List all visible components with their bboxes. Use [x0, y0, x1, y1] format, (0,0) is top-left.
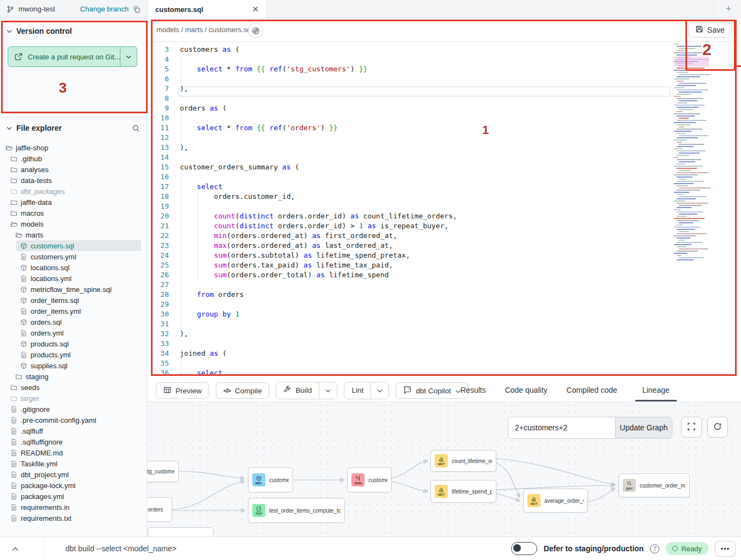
lineage-node-test_order_items_compute_to_bools...[interactable]: TSTtest_order_items_compute_to_bools... — [248, 498, 345, 523]
tab-customers-sql[interactable]: customers.sql ✕ — [147, 0, 267, 19]
code-line-3[interactable]: 3customers as ( — [147, 45, 741, 54]
create-pull-request-button[interactable]: Create a pull request on Git... — [8, 46, 137, 67]
code-line-12[interactable]: 12 — [147, 133, 741, 143]
tree-item-marts[interactable]: marts — [0, 229, 147, 240]
tree-item-macros[interactable]: macros — [0, 208, 147, 218]
code-line-22[interactable]: 22 min(orders.ordered_at) as first_order… — [147, 231, 741, 241]
defer-toggle[interactable] — [511, 542, 537, 555]
tab-lineage[interactable]: Lineage — [635, 380, 677, 401]
code-line-36[interactable]: 36 select — [147, 368, 741, 378]
lineage-node-average_order_value[interactable]: METaverage_order_value — [523, 489, 588, 513]
lint-dropdown-chevron[interactable] — [370, 382, 388, 399]
update-graph-button[interactable]: Update Graph — [615, 417, 672, 438]
tree-item-order_items.yml[interactable]: order_items.yml — [0, 306, 147, 316]
tree-item-README.md[interactable]: README.md — [0, 447, 147, 458]
tree-item-dbt_packages[interactable]: dbt_packages — [0, 186, 147, 197]
file-explorer-header[interactable]: File explorer — [0, 121, 147, 135]
code-line-26[interactable]: 26 sum(orders.order_total) as lifetime_s… — [147, 270, 741, 280]
collapse-panel-icon[interactable] — [12, 544, 19, 553]
code-line-28[interactable]: 28 from orders — [147, 290, 741, 300]
tree-item-Taskfile.yml[interactable]: Taskfile.yml — [0, 458, 147, 469]
tree-item-staging[interactable]: staging — [0, 371, 147, 382]
help-icon[interactable]: ? — [650, 544, 659, 553]
tree-item-requirements.in[interactable]: requirements.in — [0, 502, 147, 513]
code-line-8[interactable]: 8 — [147, 94, 741, 104]
code-line-16[interactable]: 16 — [147, 172, 741, 182]
code-line-11[interactable]: 11 select * from {{ ref('orders') }} — [147, 123, 741, 133]
version-control-header[interactable]: Version control — [0, 25, 147, 38]
code-line-27[interactable]: 27 — [147, 280, 741, 290]
tab-results[interactable]: Results — [459, 380, 487, 401]
lineage-node-count_lifetime_orders[interactable]: METcount_lifetime_orders — [430, 450, 496, 472]
lineage-node-partial[interactable] — [148, 527, 214, 537]
tree-item-requirements.txt[interactable]: requirements.txt — [0, 513, 147, 524]
close-icon[interactable]: ✕ — [252, 4, 259, 14]
code-line-4[interactable]: 4 — [147, 54, 741, 64]
minimap[interactable] — [674, 44, 716, 279]
tree-item-supplies.sql[interactable]: supplies.sql — [0, 360, 147, 371]
command-input[interactable]: dbt build --select <model_name> — [65, 537, 177, 560]
code-line-6[interactable]: 6 — [147, 74, 741, 84]
code-line-15[interactable]: 15customer_orders_summary as ( — [147, 162, 741, 172]
tree-item-seeds[interactable]: seeds — [0, 382, 147, 393]
tab-code-quality[interactable]: Code quality — [504, 380, 549, 401]
tree-item-analyses[interactable]: analyses — [0, 164, 147, 175]
more-options-button[interactable]: ••• — [715, 541, 736, 557]
tree-item-packages.yml[interactable]: packages.yml — [0, 491, 147, 502]
code-line-10[interactable]: 10 — [147, 113, 741, 123]
tree-item-.sqlfluff[interactable]: .sqlfluff — [0, 425, 147, 436]
code-line-29[interactable]: 29 — [147, 300, 741, 309]
tree-item-customers.yml[interactable]: customers.yml — [0, 251, 147, 262]
tree-item-metricflow_time_spine.sql[interactable]: metricflow_time_spine.sql — [0, 284, 147, 295]
change-branch-link[interactable]: Change branch — [80, 5, 129, 13]
code-line-17[interactable]: 17 select — [147, 182, 741, 192]
tree-item-products.sql[interactable]: products.sql — [0, 338, 147, 349]
code-line-5[interactable]: 5 select * from {{ ref('stg_customers') … — [147, 64, 741, 74]
tree-item-data-tests[interactable]: data-tests — [0, 175, 147, 186]
code-line-30[interactable]: 30 group by 1 — [147, 309, 741, 319]
fullscreen-button[interactable] — [681, 417, 702, 437]
tree-item-orders.yml[interactable]: orders.yml — [0, 327, 147, 338]
tree-item-dbt_project.yml[interactable]: dbt_project.yml — [0, 469, 147, 480]
tree-item-.sqlfluffignore[interactable]: .sqlfluffignore — [0, 436, 147, 447]
copilot-icon[interactable] — [248, 23, 263, 38]
code-line-35[interactable]: 35 — [147, 358, 741, 368]
tree-item-target[interactable]: target — [0, 393, 147, 404]
lint-button[interactable]: Lint — [344, 382, 370, 398]
code-line-33[interactable]: 33 — [147, 339, 741, 349]
code-line-9[interactable]: 9orders as ( — [147, 104, 741, 113]
lineage-node-stg_customers[interactable]: stg_customers — [147, 461, 179, 482]
lineage-node-customers[interactable]: SEMcustomers — [347, 467, 392, 492]
tree-item-jaffle-data[interactable]: jaffle-data — [0, 197, 147, 208]
tree-item-products.yml[interactable]: products.yml — [0, 349, 147, 360]
tree-item-order_items.sql[interactable]: order_items.sql — [0, 295, 147, 306]
code-line-20[interactable]: 20 count(distinct orders.order_id) as co… — [147, 211, 741, 221]
chevron-down-icon[interactable] — [120, 47, 137, 66]
tree-item-models[interactable]: models — [0, 218, 147, 229]
code-line-32[interactable]: 32), — [147, 329, 741, 339]
tree-item-locations.yml[interactable]: locations.yml — [0, 273, 147, 284]
tree-item-locations.sql[interactable]: locations.sql — [0, 262, 147, 273]
tree-item-package-lock.yml[interactable]: package-lock.yml — [0, 480, 147, 491]
code-line-7[interactable]: 7), — [147, 84, 741, 94]
new-tab-button[interactable]: + — [722, 2, 735, 15]
lineage-node-orders[interactable]: orders — [147, 497, 172, 522]
dbt-copilot-button[interactable]: dbt Copilot — [396, 382, 469, 399]
lineage-panel[interactable]: stg_customersordersMDLcustomersTSTtest_o… — [147, 401, 741, 537]
tree-item-customers.sql[interactable]: customers.sql — [0, 240, 147, 251]
tree-item-.gitignore[interactable]: .gitignore — [0, 404, 147, 415]
code-line-18[interactable]: 18 orders.customer_id, — [147, 192, 741, 202]
code-line-25[interactable]: 25 sum(orders.tax_paid) as lifetime_tax_… — [147, 260, 741, 270]
preview-button[interactable]: Preview — [156, 382, 209, 399]
code-line-19[interactable]: 19 — [147, 202, 741, 211]
code-editor[interactable]: 23customers as (45 select * from {{ ref(… — [147, 42, 741, 380]
code-line-13[interactable]: 13), — [147, 143, 741, 153]
lineage-node-customers[interactable]: MDLcustomers — [248, 467, 293, 492]
build-dropdown-chevron[interactable] — [319, 382, 337, 399]
tab-compiled-code[interactable]: Compiled code — [566, 380, 618, 401]
tree-item-.github[interactable]: .github — [0, 153, 147, 164]
code-line-23[interactable]: 23 max(orders.ordered_at) as last_ordere… — [147, 241, 741, 251]
tree-item-.pre-commit-config.yaml[interactable]: .pre-commit-config.yaml — [0, 415, 147, 425]
refresh-button[interactable] — [707, 417, 728, 437]
code-line-31[interactable]: 31 — [147, 319, 741, 329]
